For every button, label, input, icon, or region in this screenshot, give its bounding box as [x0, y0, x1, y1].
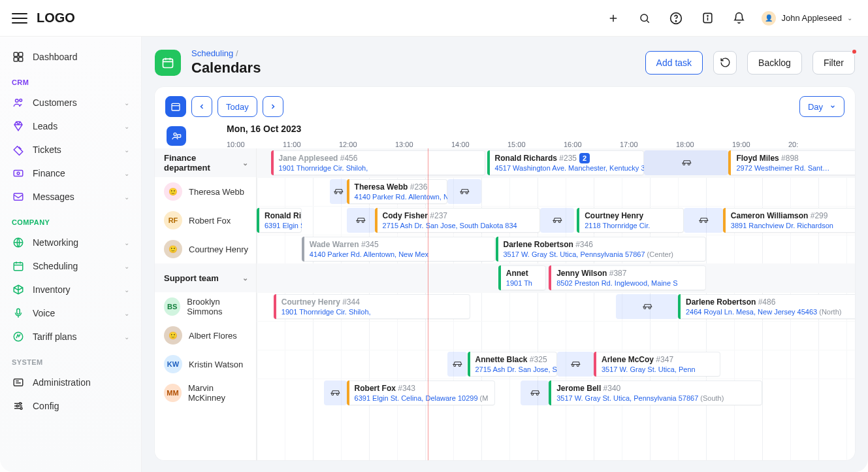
view-select[interactable]: Day: [799, 96, 844, 117]
calendar-event[interactable]: Annet1901 Th: [498, 265, 546, 290]
svg-point-33: [362, 220, 364, 222]
resource-row[interactable]: BSBrooklyn Simmons: [155, 297, 256, 316]
svg-point-44: [332, 393, 334, 395]
calendar-event[interactable]: Cameron Williamson #2993891 Ranchview Dr…: [723, 208, 855, 233]
menu-toggle[interactable]: [12, 10, 27, 26]
add-icon[interactable]: [602, 7, 624, 29]
travel-block[interactable]: [521, 380, 549, 405]
calendar-event[interactable]: Jane Appleseed #4561901 Thornridge Cir. …: [271, 150, 486, 175]
time-tick: 19:00: [732, 141, 788, 148]
resource-row[interactable]: 🙂Theresa Webb: [155, 182, 249, 201]
resource-view-toggle[interactable]: [165, 96, 186, 117]
event-address: 2972 Westheimer Rd. Sant…: [736, 163, 829, 173]
calendar-event[interactable]: Robert Fox #3436391 Elgin St. Celina, De…: [347, 380, 496, 405]
resource-group[interactable]: Finance department⌄: [155, 153, 256, 173]
event-title: Floyd Miles #898: [736, 154, 829, 163]
svg-point-43: [577, 364, 579, 366]
travel-block[interactable]: [330, 179, 347, 204]
messages-icon: [12, 190, 25, 203]
event-title: Darlene Robertson #486: [686, 297, 841, 307]
calendar-event[interactable]: Annette Black #3252715 Ash Dr. San Jose,…: [468, 352, 558, 377]
user-menu[interactable]: 👤 John Appleseed ⌄: [759, 11, 855, 25]
svg-rect-13: [14, 194, 23, 201]
time-tick: 14:00: [451, 141, 507, 148]
event-title: Cody Fisher #237: [383, 211, 517, 221]
sidebar-item-administration[interactable]: Administration: [5, 371, 136, 394]
next-day-button[interactable]: [263, 96, 283, 117]
svg-point-31: [466, 192, 468, 194]
svg-rect-11: [14, 171, 23, 177]
help-icon[interactable]: [665, 7, 687, 29]
backlog-button[interactable]: Backlog: [747, 51, 802, 75]
resource-group[interactable]: Support team⌄: [155, 273, 256, 283]
bell-icon[interactable]: [728, 7, 750, 29]
sidebar-item-inventory[interactable]: Inventory⌄: [5, 278, 136, 301]
sidebar-item-tickets[interactable]: Tickets⌄: [5, 139, 136, 161]
event-address: 2715 Ash Dr. San Jose, South Dakota 834: [383, 221, 517, 230]
info-icon[interactable]: [696, 7, 718, 29]
resource-name: Kristin Watson: [189, 360, 243, 369]
svg-rect-5: [14, 52, 18, 56]
sidebar-item-leads[interactable]: Leads⌄: [5, 115, 136, 137]
sidebar-item-customers[interactable]: Customers⌄: [5, 92, 136, 114]
sidebar-item-finance[interactable]: Finance⌄: [5, 162, 136, 184]
sidebar-item-voice[interactable]: Voice⌄: [5, 302, 136, 324]
travel-block[interactable]: [447, 179, 481, 204]
refresh-button[interactable]: [713, 51, 737, 75]
resource-row[interactable]: 🙂Albert Flores: [155, 326, 242, 345]
svg-point-19: [20, 403, 22, 405]
prev-day-button[interactable]: [191, 96, 212, 117]
travel-block[interactable]: [540, 208, 574, 233]
calendar-event[interactable]: Jerome Bell #3403517 W. Gray St. Utica, …: [549, 380, 762, 405]
event-title: Annet: [506, 269, 532, 278]
timeline[interactable]: Jane Appleseed #4561901 Thornridge Cir. …: [257, 148, 855, 460]
calendar-event[interactable]: Ronald Richards #23524517 Washington Ave…: [487, 150, 645, 175]
svg-point-29: [340, 192, 342, 194]
calendar-event[interactable]: Ronald Ri…6391 Elgin S: [257, 208, 302, 233]
calendar-event[interactable]: Courtney Henry2118 Thornridge Cir.: [577, 208, 683, 233]
sidebar-item-config[interactable]: Config: [5, 395, 136, 417]
travel-block[interactable]: [644, 150, 728, 175]
calendar-event[interactable]: Wade Warren #3454140 Parker Rd. Allentow…: [302, 237, 496, 261]
resource-row[interactable]: MMMarvin McKinney: [155, 383, 256, 403]
today-button[interactable]: Today: [217, 96, 257, 117]
calendar-event[interactable]: Theresa Webb #2364140 Parker Rd. Allento…: [347, 179, 448, 204]
calendar-event[interactable]: Darlene Robertson #4862464 Royal Ln. Mes…: [678, 294, 855, 319]
time-tick: 10:00: [227, 141, 283, 148]
resource-row[interactable]: RFRobert Fox: [155, 211, 236, 229]
event-address: 8502 Preston Rd. Inglewood, Maine S: [556, 278, 677, 288]
sidebar-item-label: Messages: [33, 192, 116, 202]
time-tick: 13:00: [395, 141, 451, 148]
calendar-event[interactable]: Cody Fisher #2372715 Ash Dr. San Jose, S…: [375, 208, 541, 233]
calendar-event[interactable]: Arlene McCoy #3473517 W. Gray St. Utica,…: [594, 352, 720, 377]
sidebar-item-label: Inventory: [33, 284, 116, 295]
time-ruler: 10:0011:0012:0013:0014:0015:0016:0017:00…: [227, 137, 844, 148]
resource-row[interactable]: KWKristin Watson: [155, 355, 248, 373]
sidebar-item-networking[interactable]: Networking⌄: [5, 231, 136, 254]
calendar-event[interactable]: Courtney Henry #3441901 Thornridge Cir. …: [274, 294, 470, 319]
travel-block[interactable]: [684, 208, 723, 233]
travel-block[interactable]: [324, 380, 346, 405]
search-icon[interactable]: [634, 7, 656, 29]
svg-rect-15: [14, 263, 23, 271]
resource-row[interactable]: 🙂Courtney Henry: [155, 240, 253, 258]
chevron-down-icon: ⌄: [124, 239, 129, 246]
sidebar-item-messages[interactable]: Messages⌄: [5, 186, 136, 208]
resource-name: Brooklyn Simmons: [187, 297, 251, 316]
add-task-button[interactable]: Add task: [645, 51, 703, 75]
calendar-event[interactable]: Floyd Miles #8982972 Westheimer Rd. Sant…: [728, 150, 855, 175]
breadcrumb-parent[interactable]: Scheduling: [191, 48, 233, 58]
travel-block[interactable]: [616, 294, 678, 319]
travel-block[interactable]: [557, 352, 594, 377]
sidebar-item-scheduling[interactable]: Scheduling⌄: [5, 255, 136, 277]
travel-block[interactable]: [447, 352, 467, 377]
calendar-event[interactable]: Darlene Robertson #3463517 W. Gray St. U…: [496, 237, 707, 261]
tariff-icon: [12, 330, 25, 343]
svg-point-41: [459, 364, 461, 366]
filter-button[interactable]: Filter: [812, 51, 855, 75]
sidebar-item-dashboard[interactable]: Dashboard: [5, 46, 136, 68]
sidebar-item-tariff-plans[interactable]: Tariff plans⌄: [5, 326, 136, 348]
calendar-event[interactable]: Jenny Wilson #3878502 Preston Rd. Inglew…: [549, 265, 706, 290]
event-address: 1901 Thornridge Cir. Shiloh,: [279, 163, 368, 173]
travel-block[interactable]: [347, 208, 375, 233]
